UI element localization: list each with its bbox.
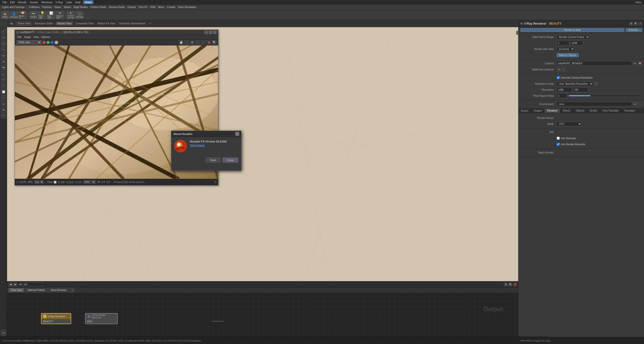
build-button[interactable]: Build xyxy=(83,1,93,4)
rp-search-icon[interactable]: 🔍 xyxy=(634,22,637,25)
lp-tube[interactable]: ⬭ xyxy=(1,95,6,101)
rp-help-icon[interactable]: ? xyxy=(638,22,642,25)
tb-terrain-fx[interactable]: 🌄 Terrain FX xyxy=(19,11,27,19)
rp-use-denoiser-checkbox[interactable] xyxy=(557,137,560,140)
render-to-disk-btn[interactable]: Render to Disk xyxy=(520,28,624,32)
menu-file[interactable]: File xyxy=(1,1,9,4)
vfb-search-icon[interactable]: 🔍 xyxy=(212,40,217,45)
rp-camera-input[interactable] xyxy=(557,61,632,66)
tb-geometry[interactable]: ⬡ Geometry xyxy=(75,11,84,19)
menu-edit[interactable]: Edit xyxy=(9,1,16,4)
tb-camera[interactable]: 📷 Camera xyxy=(29,11,37,19)
tb-rigid[interactable]: Rigid Bodies xyxy=(73,6,89,9)
menu-assets[interactable]: Assets xyxy=(28,1,40,4)
ng-search-icon[interactable]: 🔍 xyxy=(509,283,512,286)
ng-settings-icon[interactable]: ⚙ xyxy=(504,283,508,286)
vfb-menu-image[interactable]: Image xyxy=(23,36,32,38)
rp-env-input[interactable] xyxy=(557,102,632,106)
vfb-region-icon[interactable]: ⬚ xyxy=(184,40,189,45)
node-beauty[interactable]: V V-Ray Renderer BEAUTY xyxy=(41,313,71,324)
about-close-icon[interactable]: ✕ xyxy=(235,132,239,136)
tab-animation-editor[interactable]: Animation Editor xyxy=(33,22,55,25)
rp-range-start[interactable] xyxy=(557,41,569,45)
tb-particle-fluids[interactable]: Particle Fluids xyxy=(89,6,107,9)
tb-ambient-light[interactable]: ☀ Ambient Light xyxy=(56,11,64,19)
vfb-maximize-btn[interactable]: □ xyxy=(209,31,212,34)
tb-lights-cameras[interactable]: Lights and Cameras xyxy=(1,6,26,9)
vfb-menu-options[interactable]: Options xyxy=(40,36,51,38)
rp-pixel-aspect-input[interactable] xyxy=(557,93,567,98)
rp-mode-select[interactable]: CPU xyxy=(557,122,582,126)
vfb-zoom-select[interactable]: 1x1 xyxy=(34,180,44,184)
rp-bake-texture-btn[interactable]: Bake to Texture xyxy=(557,53,579,57)
tb-area-light[interactable]: ⬜ Area Light xyxy=(47,11,55,19)
rp-take-select[interactable]: (Current) xyxy=(557,47,575,51)
rp-tab-images[interactable]: Images xyxy=(531,109,545,113)
vfb-save-icon[interactable]: 💾 xyxy=(179,40,183,45)
tb-modify[interactable]: ⊞ Modify xyxy=(1,11,9,19)
vfb-red-dot[interactable] xyxy=(43,41,46,44)
menu-render[interactable]: Render xyxy=(16,1,28,4)
tab-render-view[interactable]: Render View xyxy=(56,22,73,25)
rp-pixel-aspect-slider[interactable] xyxy=(569,95,641,96)
ng-tab-tree-view[interactable]: Tree View xyxy=(9,288,24,292)
about-show-details-btn[interactable]: Show Details xyxy=(190,144,227,147)
tab-motion-fx[interactable]: Motion FX View xyxy=(96,22,117,25)
rp-res-scale-link[interactable]: ≡ xyxy=(594,82,598,85)
vfb-reset-dot[interactable] xyxy=(55,41,58,44)
about-close-btn[interactable]: Close xyxy=(223,158,238,163)
vfb-close-btn[interactable]: ✕ xyxy=(213,31,217,34)
ng-add-tab-btn[interactable]: + xyxy=(70,288,74,292)
vfb-zoom-icon[interactable]: ⊞ xyxy=(190,40,194,45)
lp-box[interactable]: ⬜ xyxy=(1,89,6,94)
lp-transform[interactable]: ✛ xyxy=(1,35,6,40)
rp-res-width[interactable] xyxy=(557,87,572,92)
tb-gears[interactable]: Gears xyxy=(53,6,62,9)
vfb-mode-select[interactable]: HSV xyxy=(83,180,96,184)
menu-vray[interactable]: V-Ray xyxy=(54,1,64,4)
rp-add-cameras-icon[interactable]: ⊕ xyxy=(557,67,561,71)
vfb-menu-view[interactable]: View xyxy=(32,36,40,38)
ng-fwd-btn[interactable]: ▶ xyxy=(13,282,17,286)
tb-characters[interactable]: 👤 Characters xyxy=(10,11,18,19)
vfb-menu-file[interactable]: File xyxy=(16,36,22,38)
vfb-blue-dot[interactable] xyxy=(51,41,54,44)
lp-snap[interactable]: ⊛ xyxy=(1,330,6,335)
vfb-compare-icon[interactable]: ⬛ xyxy=(195,40,200,45)
node-aov[interactable]: V V-Ray Render Elements AOV xyxy=(85,313,118,324)
rp-res-height[interactable] xyxy=(573,87,588,92)
rp-camera-pick-icon[interactable]: ⊕ xyxy=(633,61,637,65)
vfb-stamp-icon[interactable]: 🔖 xyxy=(207,40,211,45)
tb-fem[interactable]: FEM xyxy=(149,6,156,9)
tb-crowds[interactable]: Crowds xyxy=(166,6,176,9)
rp-camera-focus-icon[interactable]: 🎯 xyxy=(638,61,642,65)
rp-tab-translator[interactable]: Translator xyxy=(621,109,638,113)
lp-cam[interactable]: 📷 xyxy=(1,65,6,70)
lp-light[interactable]: ☀ xyxy=(1,77,6,82)
tb-collisions[interactable]: Collisions xyxy=(28,6,41,9)
rp-range-end[interactable] xyxy=(570,41,583,45)
rp-add-cameras-list-icon[interactable]: ≡ xyxy=(562,67,566,71)
lp-subnet[interactable]: ⬡ xyxy=(1,83,6,88)
ng-tab-material-palette[interactable]: Material Palette xyxy=(25,288,47,292)
tb-point-light[interactable]: 💡 Point Light xyxy=(38,11,46,19)
ng-tab-asset-browser[interactable]: Asset Browser xyxy=(48,288,69,292)
menu-labs[interactable]: Labs xyxy=(64,1,73,4)
rp-tab-post-translate[interactable]: Post Translate xyxy=(600,109,621,113)
tb-wires[interactable]: Wires xyxy=(157,6,166,9)
vfb-flip-icon[interactable]: ↕ xyxy=(201,40,206,45)
about-save-btn[interactable]: Save xyxy=(206,158,221,163)
tb-oceans[interactable]: Oceans xyxy=(126,6,137,9)
tab-composite-view[interactable]: Composite View xyxy=(74,22,95,25)
vfb-green-dot[interactable] xyxy=(47,41,50,44)
lp-rotate[interactable]: ↻ xyxy=(1,41,6,46)
ng-canvas[interactable]: Output V V-Ray Renderer BEAUTY V V-Ray R… xyxy=(7,293,518,336)
rp-tab-export[interactable]: Export xyxy=(518,109,531,113)
lp-append[interactable]: ⊕ xyxy=(1,53,6,58)
rp-tab-effects[interactable]: Effects xyxy=(560,109,573,113)
rp-frame-range-select[interactable]: Render Current Frame xyxy=(557,35,590,39)
tab-geometry-spreadsheet[interactable]: Geometry Spreadsheet xyxy=(118,22,147,25)
tb-particles-area[interactable]: ✦ ParticlesArea Light xyxy=(67,11,75,19)
lp-scale[interactable]: ⤡ xyxy=(1,47,6,52)
vfb-minimize-btn[interactable]: — xyxy=(205,31,208,34)
